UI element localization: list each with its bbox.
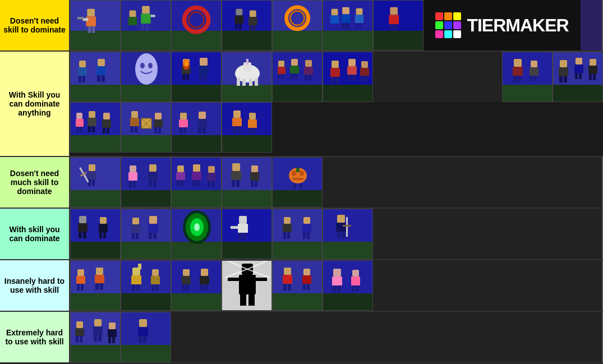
tier-cell (70, 52, 121, 102)
svg-rect-253 (121, 209, 171, 242)
svg-rect-82 (199, 75, 202, 81)
svg-rect-194 (89, 164, 95, 171)
tier-cell (171, 0, 222, 50)
svg-rect-280 (283, 232, 286, 239)
svg-rect-47 (356, 8, 363, 15)
svg-rect-329 (256, 278, 267, 281)
svg-rect-221 (207, 173, 216, 181)
svg-rect-302 (95, 283, 99, 290)
svg-rect-348 (333, 269, 341, 277)
tier-row-a: With Skill you can dominate anything (0, 52, 603, 157)
svg-rect-374 (139, 336, 142, 343)
svg-rect-338 (284, 268, 291, 275)
tier-cell (272, 0, 323, 50)
svg-rect-220 (208, 166, 215, 173)
svg-rect-78 (182, 74, 185, 80)
svg-rect-126 (518, 76, 521, 82)
svg-rect-235 (273, 190, 323, 208)
svg-rect-25 (236, 9, 242, 16)
svg-rect-225 (222, 190, 272, 208)
svg-rect-73 (172, 85, 222, 102)
svg-rect-179 (197, 119, 207, 127)
svg-rect-214 (177, 180, 179, 186)
svg-rect-255 (132, 218, 139, 224)
svg-rect-114 (347, 66, 357, 75)
tier-cell (222, 260, 272, 311)
tier-content-e (70, 312, 603, 362)
svg-rect-244 (71, 242, 121, 259)
svg-rect-152 (88, 118, 96, 126)
tier-row-b: Dosen't need much skill to dominate (0, 157, 603, 209)
svg-rect-17 (129, 25, 132, 31)
svg-rect-202 (130, 165, 136, 172)
svg-rect-66 (102, 75, 105, 82)
svg-rect-191 (252, 128, 255, 133)
svg-rect-257 (132, 233, 135, 239)
svg-rect-24 (222, 31, 271, 50)
svg-point-69 (135, 53, 158, 85)
svg-rect-95 (278, 61, 284, 67)
svg-rect-89 (237, 78, 240, 86)
svg-rect-219 (197, 180, 200, 186)
svg-rect-352 (352, 270, 359, 277)
svg-rect-151 (89, 111, 95, 118)
svg-rect-15 (130, 11, 136, 17)
svg-point-77 (185, 60, 188, 67)
tier-cell (272, 157, 323, 208)
svg-rect-176 (179, 127, 182, 133)
tier-cell (121, 209, 171, 259)
svg-rect-132 (553, 85, 603, 102)
tier-label-e: Extremely hard to use with skill (0, 312, 70, 362)
tier-cell (222, 157, 272, 208)
tier-cell (373, 0, 424, 50)
svg-rect-205 (133, 181, 136, 187)
svg-rect-217 (192, 172, 201, 180)
svg-rect-261 (149, 233, 152, 239)
svg-rect-274 (238, 233, 242, 239)
svg-rect-185 (232, 118, 242, 126)
svg-rect-215 (181, 180, 183, 186)
svg-rect-34 (273, 31, 322, 50)
tier-content-b (70, 157, 603, 208)
svg-rect-173 (172, 135, 222, 153)
tier-subrow-a1 (70, 52, 603, 102)
svg-rect-13 (141, 24, 144, 30)
svg-rect-101 (291, 73, 293, 79)
tier-cell (222, 52, 272, 102)
svg-rect-121 (503, 52, 553, 85)
svg-rect-291 (343, 225, 351, 227)
svg-rect-251 (99, 232, 102, 238)
svg-rect-52 (374, 31, 423, 50)
svg-rect-88 (246, 59, 248, 64)
svg-rect-98 (282, 74, 284, 79)
svg-rect-124 (513, 67, 523, 76)
svg-rect-138 (574, 64, 583, 73)
svg-rect-30 (248, 17, 257, 25)
svg-rect-64 (96, 66, 106, 75)
tier-row-d: Insanely hard to use with skill (0, 260, 603, 312)
svg-rect-262 (153, 233, 156, 239)
svg-rect-233 (255, 181, 257, 187)
tier-cell (222, 209, 272, 259)
svg-rect-12 (151, 15, 155, 17)
svg-rect-123 (514, 59, 522, 67)
svg-rect-105 (305, 75, 307, 80)
svg-rect-103 (305, 60, 312, 67)
svg-rect-216 (193, 164, 200, 172)
svg-rect-327 (239, 275, 256, 294)
svg-rect-139 (575, 73, 578, 79)
svg-rect-264 (172, 242, 222, 259)
tier-cell (70, 157, 121, 208)
svg-point-239 (300, 171, 304, 176)
svg-rect-81 (199, 66, 209, 75)
svg-rect-353 (351, 277, 360, 285)
tier-row-s: Dosen't need skill to dominate (0, 0, 603, 52)
svg-rect-322 (200, 276, 209, 284)
svg-rect-171 (158, 127, 161, 133)
svg-rect-112 (335, 77, 339, 83)
svg-rect-209 (153, 180, 156, 187)
tier-content-d (70, 260, 603, 311)
svg-rect-349 (332, 277, 342, 285)
svg-rect-337 (273, 293, 323, 311)
tiermaker-logo: TiERMAKER (435, 12, 568, 38)
